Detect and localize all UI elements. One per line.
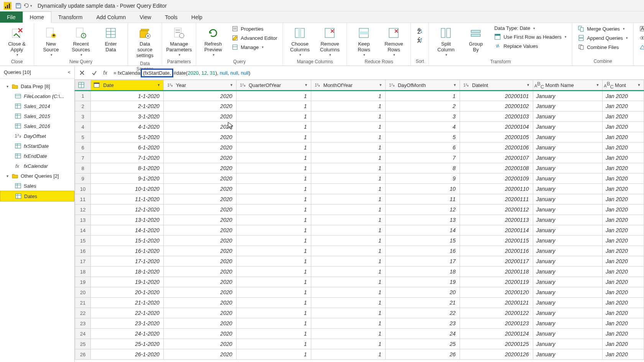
cell[interactable]: 20200124 <box>460 329 533 339</box>
cell[interactable]: 20200108 <box>460 163 533 174</box>
cell[interactable]: Jan 2020 <box>603 153 644 163</box>
row-number[interactable]: 16 <box>75 246 91 256</box>
cell[interactable]: 20200118 <box>460 267 533 277</box>
cell[interactable]: 2020 <box>164 349 237 360</box>
cell[interactable]: 9-1-2020 <box>91 174 164 184</box>
cell[interactable]: 20200125 <box>460 339 533 349</box>
cell[interactable]: 2020 <box>164 153 237 163</box>
cell[interactable]: 6-1-2020 <box>91 143 164 153</box>
query-group[interactable]: ▾Data Prep [8] <box>0 81 74 91</box>
cell[interactable]: 18 <box>385 267 460 277</box>
cell[interactable]: January <box>533 122 602 132</box>
table-row[interactable]: 2222-1-20202020112220200122JanuaryJan 20… <box>75 308 644 318</box>
cell[interactable]: 8-1-2020 <box>91 163 164 174</box>
cell[interactable]: 1 <box>236 225 311 236</box>
cell[interactable]: 21-1-2020 <box>91 298 164 308</box>
cell[interactable]: 1 <box>236 339 311 349</box>
cancel-formula-button[interactable] <box>77 68 87 78</box>
table-row[interactable]: 33-1-2020202011320200103JanuaryJan 2020 <box>75 111 644 122</box>
cell[interactable]: January <box>533 215 602 225</box>
cell[interactable]: 7 <box>385 153 460 163</box>
cell[interactable]: 23 <box>385 318 460 329</box>
column-type-icon[interactable] <box>92 81 102 89</box>
cell[interactable]: 20200117 <box>460 256 533 267</box>
data-grid[interactable]: Date▼1²₃Year▼1²₃QuarterOfYear▼1²₃MonthOf… <box>75 80 644 362</box>
cell[interactable]: Jan 2020 <box>603 111 644 122</box>
cell[interactable]: 1 <box>236 194 311 205</box>
table-row[interactable]: 1212-1-20202020111220200112JanuaryJan 20… <box>75 205 644 215</box>
cell[interactable]: 18-1-2020 <box>91 267 164 277</box>
cell[interactable]: 8 <box>385 163 460 174</box>
table-row[interactable]: 2323-1-20202020112320200123JanuaryJan 20… <box>75 318 644 329</box>
cell[interactable]: January <box>533 329 602 339</box>
row-number[interactable]: 12 <box>75 205 91 215</box>
replace-values-button[interactable]: Replace Values <box>492 42 569 50</box>
cell[interactable]: Jan 2020 <box>603 246 644 256</box>
cell[interactable]: 2020 <box>164 318 237 329</box>
remove-rows-button[interactable]: Remove Rows▾ <box>380 25 407 58</box>
cell[interactable]: 1 <box>311 91 385 101</box>
row-number[interactable]: 14 <box>75 225 91 236</box>
data-source-settings-button[interactable]: Data source settings <box>131 25 159 60</box>
query-item[interactable]: fxStartDate <box>0 141 74 151</box>
cell[interactable]: 17-1-2020 <box>91 256 164 267</box>
table-row[interactable]: 99-1-2020202011920200109JanuaryJan 2020 <box>75 174 644 184</box>
cell[interactable]: 26 <box>385 349 460 360</box>
merge-queries-button[interactable]: Merge Queries▾ <box>575 25 630 33</box>
accept-formula-button[interactable] <box>89 68 99 78</box>
cell[interactable]: 2020 <box>164 132 237 143</box>
tab-home[interactable]: Home <box>23 11 51 23</box>
cell[interactable]: 1 <box>311 236 385 246</box>
cell[interactable]: 1 <box>236 308 311 318</box>
column-header[interactable]: 1²₃Year▼ <box>164 80 237 91</box>
cell[interactable]: 23-1-2020 <box>91 318 164 329</box>
table-row[interactable]: 2020-1-20202020112020200120JanuaryJan 20… <box>75 287 644 298</box>
cell[interactable]: 1 <box>236 267 311 277</box>
row-number[interactable]: 5 <box>75 132 91 143</box>
cell[interactable]: 11 <box>385 194 460 205</box>
cell[interactable]: 1 <box>236 215 311 225</box>
cell[interactable]: 1 <box>311 318 385 329</box>
cell[interactable]: 21 <box>385 298 460 308</box>
cell[interactable]: 1 <box>236 298 311 308</box>
column-type-icon[interactable]: ABC <box>535 81 544 89</box>
cell[interactable]: Jan 2020 <box>603 163 644 174</box>
cell[interactable]: 9 <box>385 174 460 184</box>
cell[interactable]: January <box>533 91 602 101</box>
tab-transform[interactable]: Transform <box>51 11 89 23</box>
cell[interactable]: 1 <box>311 163 385 174</box>
column-type-icon[interactable]: ABC <box>604 81 613 89</box>
cell[interactable]: 2020 <box>164 329 237 339</box>
cell[interactable]: 1 <box>311 132 385 143</box>
recent-sources-button[interactable]: Recent Sources▾ <box>67 25 95 58</box>
column-filter-button[interactable]: ▼ <box>378 83 384 87</box>
query-item[interactable]: Sales <box>0 181 74 191</box>
text-analytics-button[interactable]: AText Analytics <box>637 25 644 33</box>
cell[interactable]: 1 <box>311 153 385 163</box>
tab-help[interactable]: Help <box>184 11 209 23</box>
cell[interactable]: 20200126 <box>460 349 533 360</box>
cell[interactable]: 20200115 <box>460 236 533 246</box>
cell[interactable]: 20200113 <box>460 215 533 225</box>
cell[interactable]: 5 <box>385 132 460 143</box>
cell[interactable]: 1 <box>385 91 460 101</box>
column-filter-button[interactable]: ▼ <box>228 83 235 87</box>
cell[interactable]: 12-1-2020 <box>91 205 164 215</box>
row-number[interactable]: 20 <box>75 287 91 298</box>
table-row[interactable]: 1414-1-20202020111420200114JanuaryJan 20… <box>75 225 644 236</box>
cell[interactable]: January <box>533 349 602 360</box>
row-number[interactable]: 8 <box>75 163 91 174</box>
cell[interactable]: 20200112 <box>460 205 533 215</box>
column-type-icon[interactable]: 1²₃ <box>238 81 247 89</box>
data-type-button[interactable]: Data Type: Date▾ <box>492 25 569 32</box>
cell[interactable]: 20200104 <box>460 122 533 132</box>
row-number[interactable]: 3 <box>75 111 91 122</box>
cell[interactable]: 2020 <box>164 111 237 122</box>
cell[interactable]: 1 <box>311 246 385 256</box>
table-row[interactable]: 2424-1-20202020112420200124JanuaryJan 20… <box>75 329 644 339</box>
cell[interactable]: January <box>533 339 602 349</box>
column-header[interactable]: ABCMonth Name▼ <box>533 80 602 91</box>
cell[interactable]: 20200109 <box>460 174 533 184</box>
table-row[interactable]: 2525-1-20202020112520200125JanuaryJan 20… <box>75 339 644 349</box>
tab-tools[interactable]: Tools <box>158 11 184 23</box>
